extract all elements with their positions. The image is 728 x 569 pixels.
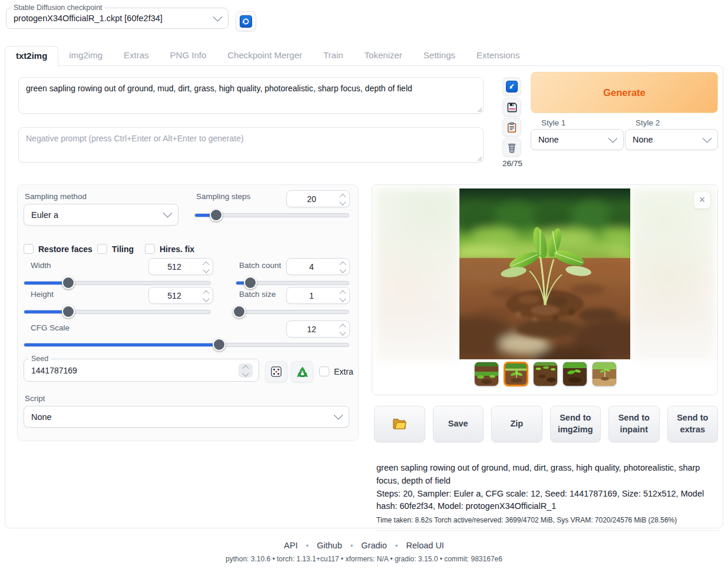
- style2-select[interactable]: None: [625, 129, 718, 150]
- cfg-scale-input[interactable]: 12: [286, 320, 350, 338]
- generate-button[interactable]: Generate: [531, 72, 718, 113]
- checkbox-box[interactable]: [24, 244, 34, 254]
- slider-handle[interactable]: [62, 276, 75, 289]
- slider-handle[interactable]: [213, 338, 226, 351]
- width-input[interactable]: 512: [148, 258, 213, 275]
- sampling-method-select[interactable]: Euler a: [24, 204, 178, 226]
- generation-info-performance: Time taken: 8.62s Torch active/reserved:…: [376, 516, 719, 524]
- gallery-thumbnail-1[interactable]: [474, 362, 499, 386]
- batch-size-slider[interactable]: [236, 305, 349, 318]
- dice-icon: [270, 366, 282, 378]
- gallery-thumbnail-3[interactable]: [533, 362, 558, 386]
- seed-field[interactable]: Seed 1441787169: [24, 355, 259, 382]
- height-slider[interactable]: [24, 305, 211, 318]
- footer-link-reload-ui[interactable]: Reload UI: [406, 541, 444, 550]
- reuse-seed-button[interactable]: [291, 361, 313, 382]
- tab-extras[interactable]: Extras: [113, 46, 160, 67]
- stepper-arrows[interactable]: [336, 259, 349, 274]
- trash-icon: [507, 142, 517, 153]
- stepper-arrows[interactable]: [239, 363, 253, 378]
- checkpoint-label: Stable Diffusion checkpoint: [11, 4, 105, 12]
- slider-handle[interactable]: [233, 305, 246, 318]
- tab-txt2img[interactable]: txt2img: [5, 46, 58, 67]
- tab-settings[interactable]: Settings: [413, 46, 466, 67]
- style1-select[interactable]: None: [531, 129, 624, 150]
- output-button-bar: Save Zip Send to img2img Send to inpaint…: [374, 406, 718, 442]
- tab-png-info[interactable]: PNG Info: [160, 46, 217, 67]
- zip-button[interactable]: Zip: [491, 406, 542, 442]
- tiling-checkbox[interactable]: Tiling: [97, 244, 134, 254]
- send-to-extras-button[interactable]: Send to extras: [667, 406, 719, 442]
- tab-checkpoint-merger[interactable]: Checkpoint Merger: [217, 46, 313, 67]
- batch-count-label: Batch count: [239, 261, 281, 270]
- gallery-thumbnail-2-selected[interactable]: [504, 362, 528, 386]
- send-to-inpaint-button[interactable]: Send to inpaint: [608, 406, 660, 442]
- stepper-arrows[interactable]: [336, 321, 349, 337]
- sampling-steps-input[interactable]: 20: [286, 190, 350, 207]
- sampling-steps-slider[interactable]: [194, 209, 349, 221]
- refresh-icon: [240, 15, 252, 28]
- checkbox-box[interactable]: [145, 244, 155, 254]
- save-style-button[interactable]: [502, 98, 521, 117]
- stepper-arrows[interactable]: [336, 191, 349, 207]
- stepper-arrows[interactable]: [200, 259, 213, 274]
- gallery-thumbnail-5[interactable]: [592, 362, 617, 386]
- refresh-checkpoints-button[interactable]: [236, 11, 256, 31]
- gallery-adjacent-image-left[interactable]: [376, 188, 459, 362]
- tab-extensions[interactable]: Extensions: [466, 46, 530, 67]
- save-style-icon: [507, 102, 518, 113]
- stepper-arrows[interactable]: [336, 287, 349, 303]
- paste-generation-params-button[interactable]: [502, 77, 521, 96]
- gallery-adjacent-image-right[interactable]: [631, 188, 715, 362]
- txt2img-panel: green sapling rowing out of ground, mud,…: [5, 65, 723, 528]
- gallery-thumbnail-4[interactable]: [562, 362, 587, 386]
- slider-handle[interactable]: [210, 209, 223, 221]
- chevron-down-icon: [608, 133, 618, 143]
- open-folder-button[interactable]: [374, 406, 425, 442]
- tab-train[interactable]: Train: [313, 46, 354, 67]
- checkbox-box[interactable]: [319, 366, 329, 376]
- footer-link-api[interactable]: API: [284, 541, 297, 550]
- style2-label: Style 2: [636, 118, 660, 127]
- prompt-input[interactable]: green sapling rowing out of ground, mud,…: [18, 77, 484, 114]
- batch-size-input[interactable]: 1: [286, 287, 350, 304]
- chevron-down-icon: [213, 12, 223, 21]
- clear-prompt-button[interactable]: [502, 138, 521, 157]
- batch-count-input[interactable]: 4: [286, 258, 350, 275]
- cfg-scale-label: CFG Scale: [31, 323, 70, 332]
- negative-prompt-input[interactable]: [18, 127, 484, 163]
- footer-separator: •: [350, 541, 353, 550]
- cfg-scale-slider[interactable]: [24, 338, 349, 351]
- slider-handle[interactable]: [62, 305, 75, 318]
- checkbox-box[interactable]: [97, 244, 107, 254]
- result-gallery: ×: [372, 184, 718, 395]
- send-to-img2img-button[interactable]: Send to img2img: [550, 406, 601, 442]
- footer-separator: •: [395, 541, 398, 550]
- hires-fix-checkbox[interactable]: Hires. fix: [145, 244, 194, 254]
- token-counter: 26/75: [500, 159, 525, 168]
- random-seed-button[interactable]: [265, 361, 287, 382]
- tab-img2img[interactable]: img2img: [58, 46, 113, 67]
- script-label: Script: [25, 394, 45, 403]
- height-input[interactable]: 512: [148, 287, 213, 304]
- seed-value: 1441787169: [31, 366, 77, 375]
- folder-icon: [392, 418, 406, 431]
- footer-link-github[interactable]: Github: [317, 541, 342, 550]
- script-select[interactable]: None: [24, 406, 349, 428]
- stepper-arrows[interactable]: [200, 287, 213, 303]
- checkpoint-selector[interactable]: Stable Diffusion checkpoint protogenX34O…: [6, 4, 229, 29]
- extra-seed-checkbox[interactable]: Extra: [319, 366, 353, 376]
- slider-handle[interactable]: [244, 276, 257, 289]
- generation-info: green sapling rowing out of ground, mud,…: [376, 462, 719, 531]
- footer-link-gradio[interactable]: Gradio: [361, 541, 387, 550]
- chevron-down-icon: [703, 133, 712, 143]
- style1-label: Style 1: [541, 118, 565, 127]
- tab-tokenizer[interactable]: Tokenizer: [354, 46, 413, 67]
- apply-style-button[interactable]: [502, 118, 521, 137]
- save-button[interactable]: Save: [433, 406, 484, 442]
- height-label: Height: [31, 290, 54, 299]
- restore-faces-checkbox[interactable]: Restore faces: [24, 244, 92, 254]
- close-icon[interactable]: ×: [694, 192, 710, 209]
- recycle-icon: [296, 366, 309, 378]
- generated-image[interactable]: [459, 188, 630, 359]
